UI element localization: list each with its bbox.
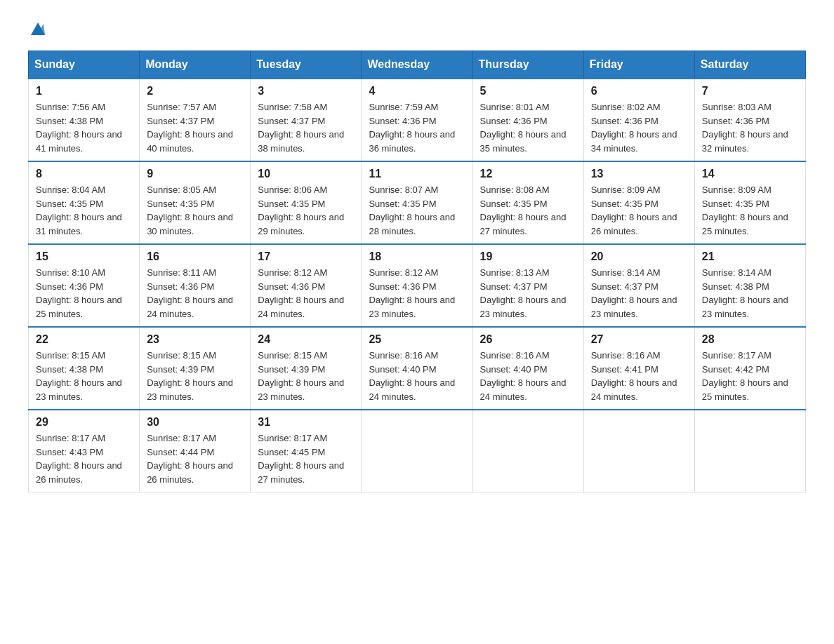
day-number: 12 [480,168,576,180]
calendar-cell: 2 Sunrise: 7:57 AMSunset: 4:37 PMDayligh… [140,79,251,161]
calendar-cell: 9 Sunrise: 8:05 AMSunset: 4:35 PMDayligh… [140,161,251,244]
calendar-cell: 14 Sunrise: 8:09 AMSunset: 4:35 PMDaylig… [694,161,805,244]
day-number: 17 [258,250,354,263]
day-info: Sunrise: 8:09 AMSunset: 4:35 PMDaylight:… [702,183,798,238]
day-info: Sunrise: 8:03 AMSunset: 4:36 PMDaylight:… [702,100,798,155]
header-monday: Monday [140,51,251,79]
day-info: Sunrise: 8:10 AMSunset: 4:36 PMDaylight:… [36,266,132,321]
calendar-cell: 18 Sunrise: 8:12 AMSunset: 4:36 PMDaylig… [362,244,472,327]
calendar-cell: 7 Sunrise: 8:03 AMSunset: 4:36 PMDayligh… [694,79,805,161]
calendar-cell: 8 Sunrise: 8:04 AMSunset: 4:35 PMDayligh… [29,161,140,244]
day-number: 4 [369,85,465,98]
calendar-cell: 16 Sunrise: 8:11 AMSunset: 4:36 PMDaylig… [140,244,251,327]
header-thursday: Thursday [472,51,583,79]
week-row-5: 29 Sunrise: 8:17 AMSunset: 4:43 PMDaylig… [29,410,806,492]
day-number: 30 [147,416,243,429]
day-number: 8 [36,168,132,180]
logo-triangle-icon [29,21,45,36]
page-header [28,21,806,36]
calendar-cell: 22 Sunrise: 8:15 AMSunset: 4:38 PMDaylig… [29,327,140,410]
calendar-cell [362,410,472,492]
day-info: Sunrise: 8:09 AMSunset: 4:35 PMDaylight:… [591,183,687,238]
calendar-cell: 27 Sunrise: 8:16 AMSunset: 4:41 PMDaylig… [583,327,694,410]
day-info: Sunrise: 8:02 AMSunset: 4:36 PMDaylight:… [591,100,687,155]
day-number: 23 [147,333,243,346]
calendar-cell: 25 Sunrise: 8:16 AMSunset: 4:40 PMDaylig… [362,327,472,410]
header-wednesday: Wednesday [362,51,472,79]
calendar-cell: 13 Sunrise: 8:09 AMSunset: 4:35 PMDaylig… [583,161,694,244]
day-number: 29 [36,416,132,429]
day-info: Sunrise: 8:17 AMSunset: 4:45 PMDaylight:… [258,431,354,486]
calendar-cell: 15 Sunrise: 8:10 AMSunset: 4:36 PMDaylig… [29,244,140,327]
calendar-cell [583,410,694,492]
day-info: Sunrise: 8:04 AMSunset: 4:35 PMDaylight:… [36,183,132,238]
header-sunday: Sunday [29,51,140,79]
week-row-1: 1 Sunrise: 7:56 AMSunset: 4:38 PMDayligh… [29,79,806,161]
calendar-cell: 17 Sunrise: 8:12 AMSunset: 4:36 PMDaylig… [251,244,362,327]
day-number: 11 [369,168,465,180]
day-info: Sunrise: 8:16 AMSunset: 4:41 PMDaylight:… [591,349,687,403]
day-number: 9 [147,168,243,180]
day-info: Sunrise: 8:15 AMSunset: 4:39 PMDaylight:… [258,349,354,403]
logo [28,21,46,36]
week-row-4: 22 Sunrise: 8:15 AMSunset: 4:38 PMDaylig… [29,327,806,410]
day-number: 25 [369,333,465,346]
calendar-cell: 6 Sunrise: 8:02 AMSunset: 4:36 PMDayligh… [583,79,694,161]
header-saturday: Saturday [694,51,805,79]
day-number: 10 [258,168,354,180]
day-info: Sunrise: 8:12 AMSunset: 4:36 PMDaylight:… [258,266,354,321]
calendar-cell: 31 Sunrise: 8:17 AMSunset: 4:45 PMDaylig… [251,410,362,492]
day-info: Sunrise: 7:57 AMSunset: 4:37 PMDaylight:… [147,100,243,155]
day-info: Sunrise: 8:17 AMSunset: 4:43 PMDaylight:… [36,431,132,486]
day-info: Sunrise: 8:16 AMSunset: 4:40 PMDaylight:… [369,349,465,403]
day-info: Sunrise: 8:01 AMSunset: 4:36 PMDaylight:… [480,100,576,155]
calendar-cell: 30 Sunrise: 8:17 AMSunset: 4:44 PMDaylig… [140,410,251,492]
week-row-3: 15 Sunrise: 8:10 AMSunset: 4:36 PMDaylig… [29,244,806,327]
day-info: Sunrise: 8:14 AMSunset: 4:37 PMDaylight:… [591,266,687,321]
day-number: 15 [36,250,132,263]
calendar-cell: 24 Sunrise: 8:15 AMSunset: 4:39 PMDaylig… [251,327,362,410]
week-row-2: 8 Sunrise: 8:04 AMSunset: 4:35 PMDayligh… [29,161,806,244]
day-info: Sunrise: 8:14 AMSunset: 4:38 PMDaylight:… [702,266,798,321]
calendar-cell: 3 Sunrise: 7:58 AMSunset: 4:37 PMDayligh… [251,79,362,161]
calendar-cell: 20 Sunrise: 8:14 AMSunset: 4:37 PMDaylig… [583,244,694,327]
day-number: 20 [591,250,687,263]
day-number: 3 [258,85,354,98]
day-number: 18 [369,250,465,263]
calendar-cell: 29 Sunrise: 8:17 AMSunset: 4:43 PMDaylig… [29,410,140,492]
calendar-cell: 28 Sunrise: 8:17 AMSunset: 4:42 PMDaylig… [694,327,805,410]
day-number: 21 [702,250,798,263]
day-info: Sunrise: 8:07 AMSunset: 4:35 PMDaylight:… [369,183,465,238]
day-number: 14 [702,168,798,180]
calendar-header-row: SundayMondayTuesdayWednesdayThursdayFrid… [29,51,806,79]
day-info: Sunrise: 8:06 AMSunset: 4:35 PMDaylight:… [258,183,354,238]
calendar-cell: 1 Sunrise: 7:56 AMSunset: 4:38 PMDayligh… [29,79,140,161]
day-info: Sunrise: 8:16 AMSunset: 4:40 PMDaylight:… [480,349,576,403]
day-number: 2 [147,85,243,98]
day-info: Sunrise: 8:15 AMSunset: 4:38 PMDaylight:… [36,349,132,403]
calendar-cell: 23 Sunrise: 8:15 AMSunset: 4:39 PMDaylig… [140,327,251,410]
day-info: Sunrise: 8:17 AMSunset: 4:44 PMDaylight:… [147,431,243,486]
day-info: Sunrise: 8:15 AMSunset: 4:39 PMDaylight:… [147,349,243,403]
day-number: 13 [591,168,687,180]
day-number: 19 [480,250,576,263]
calendar-cell: 19 Sunrise: 8:13 AMSunset: 4:37 PMDaylig… [472,244,583,327]
calendar-cell: 21 Sunrise: 8:14 AMSunset: 4:38 PMDaylig… [694,244,805,327]
day-info: Sunrise: 7:56 AMSunset: 4:38 PMDaylight:… [36,100,132,155]
day-info: Sunrise: 8:12 AMSunset: 4:36 PMDaylight:… [369,266,465,321]
day-info: Sunrise: 8:17 AMSunset: 4:42 PMDaylight:… [702,349,798,403]
header-friday: Friday [583,51,694,79]
day-number: 5 [480,85,576,98]
day-number: 26 [480,333,576,346]
day-info: Sunrise: 8:05 AMSunset: 4:35 PMDaylight:… [147,183,243,238]
day-number: 6 [591,85,687,98]
day-info: Sunrise: 7:59 AMSunset: 4:36 PMDaylight:… [369,100,465,155]
day-number: 27 [591,333,687,346]
day-number: 31 [258,416,354,429]
day-number: 16 [147,250,243,263]
calendar-cell [694,410,805,492]
calendar-cell: 10 Sunrise: 8:06 AMSunset: 4:35 PMDaylig… [251,161,362,244]
day-info: Sunrise: 8:13 AMSunset: 4:37 PMDaylight:… [480,266,576,321]
day-number: 28 [702,333,798,346]
day-number: 1 [36,85,132,98]
